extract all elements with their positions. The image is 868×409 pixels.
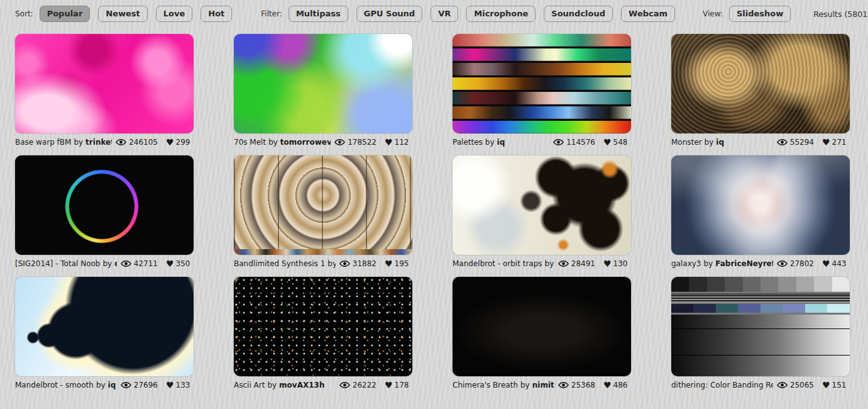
views-value: 178522 — [348, 138, 376, 147]
shader-title[interactable]: Mandelbrot - smooth — [15, 381, 94, 389]
sort-button[interactable]: Love — [156, 6, 193, 22]
filter-label: Filter: — [261, 9, 282, 18]
shader-title-line: Mandelbrot - orbit trapsbyiq — [453, 259, 554, 268]
view-count: 55294 — [777, 138, 814, 147]
toolbar: Sort: PopularNewestLoveHot Filter: Multi… — [0, 0, 868, 28]
shader-card: 70s Meltbytomorrowevening 178522 ♥ 112 — [234, 34, 412, 147]
shader-thumbnail[interactable] — [453, 155, 631, 255]
shader-author[interactable]: FabriceNeyret2 — [715, 259, 773, 268]
shader-title[interactable]: Palettes — [453, 138, 483, 147]
shader-thumbnail[interactable] — [234, 277, 412, 376]
views-value: 28491 — [571, 259, 595, 268]
shader-author[interactable]: trinketMage — [85, 138, 112, 147]
filter-button[interactable]: Webcam — [621, 6, 675, 22]
shader-caption: [SIG2014] - Total Noobbydynamite 42711 ♥… — [15, 258, 194, 269]
shader-title[interactable]: Mandelbrot - orbit traps — [453, 259, 542, 268]
shader-title[interactable]: galaxy3 — [671, 259, 701, 268]
sort-button[interactable]: Newest — [98, 6, 147, 22]
shader-thumbnail[interactable] — [15, 277, 194, 376]
heart-icon: ♥ — [385, 381, 393, 389]
like-count: ♥ 299 — [166, 138, 194, 147]
shader-caption: 70s Meltbytomorrowevening 178522 ♥ 112 — [234, 137, 412, 147]
shader-thumbnail[interactable] — [234, 34, 412, 133]
by-label: by — [520, 381, 530, 389]
like-count: ♥ 133 — [166, 381, 194, 389]
shader-title[interactable]: Base warp fBM — [15, 138, 71, 147]
filter-button[interactable]: GPU Sound — [356, 6, 422, 22]
shader-thumbnail[interactable] — [671, 277, 850, 376]
shader-thumbnail[interactable] — [671, 34, 850, 133]
sort-button[interactable]: Hot — [201, 6, 232, 22]
eye-icon — [553, 138, 564, 146]
shader-caption: Bandlimited Synthesis 1byiq 31882 ♥ 195 — [234, 258, 412, 269]
slideshow-button[interactable]: Slideshow — [729, 6, 791, 22]
shader-title[interactable]: [SIG2014] - Total Noob — [15, 259, 100, 268]
by-label: by — [102, 259, 112, 268]
shader-thumbnail[interactable] — [671, 155, 850, 255]
shader-title-line: Ascii ArtbymovAX13h — [234, 381, 336, 389]
shader-thumbnail[interactable] — [15, 155, 194, 255]
view-buttons: Slideshow — [729, 6, 791, 22]
heart-icon: ♥ — [822, 381, 830, 389]
view-count: 246105 — [116, 138, 158, 147]
shader-author[interactable]: dynamite — [114, 259, 117, 268]
by-label: by — [327, 259, 335, 268]
shader-author[interactable]: nimitz — [532, 381, 554, 389]
view-count: 27802 — [777, 259, 814, 268]
shader-title[interactable]: Bandlimited Synthesis 1 — [234, 259, 325, 268]
like-count: ♥ 130 — [603, 259, 631, 268]
view-count: 25065 — [777, 381, 814, 389]
views-value: 42711 — [134, 259, 158, 268]
views-value: 31882 — [353, 259, 376, 268]
view-count: 31882 — [339, 259, 376, 268]
view-label: View: — [703, 9, 723, 18]
sort-label: Sort: — [15, 9, 33, 18]
filter-button[interactable]: Microphone — [466, 6, 536, 22]
like-count: ♥ 151 — [822, 381, 850, 389]
likes-value: 443 — [832, 259, 847, 268]
shader-title[interactable]: Ascii Art — [234, 381, 265, 389]
by-label: by — [704, 259, 713, 268]
shader-title[interactable]: Monster — [671, 138, 702, 147]
by-label: by — [545, 259, 554, 268]
shader-caption: Base warp fBMbytrinketMage 246105 ♥ 299 — [15, 137, 194, 147]
filter-button[interactable]: VR — [431, 6, 458, 22]
likes-value: 178 — [395, 381, 409, 389]
shader-caption: Palettesbyiq 114576 ♥ 548 — [453, 137, 631, 147]
by-label: by — [74, 138, 83, 147]
shader-thumbnail[interactable] — [453, 277, 631, 376]
like-count: ♥ 271 — [822, 138, 850, 147]
eye-icon — [339, 381, 350, 389]
likes-value: 350 — [176, 259, 190, 268]
shader-author[interactable]: tomorrowevening — [280, 138, 331, 147]
shader-author[interactable]: iq — [108, 381, 116, 389]
shader-author[interactable]: iq — [497, 138, 505, 147]
shader-caption: Mandelbrot - orbit trapsbyiq 28491 ♥ 130 — [453, 258, 631, 269]
heart-icon: ♥ — [385, 259, 393, 268]
shader-title[interactable]: dithering: Color Banding Removal — [671, 381, 773, 389]
filter-button[interactable]: Multipass — [288, 6, 348, 22]
shader-thumbnail[interactable] — [234, 155, 412, 255]
shader-thumbnail[interactable] — [15, 34, 194, 133]
shader-title[interactable]: 70s Melt — [234, 138, 266, 147]
view-count: 26222 — [339, 381, 376, 389]
shader-thumbnail[interactable] — [453, 34, 631, 133]
shader-title[interactable]: Chimera's Breath — [453, 381, 518, 389]
heart-icon: ♥ — [603, 259, 612, 268]
heart-icon: ♥ — [822, 138, 830, 147]
shader-card: galaxy3byFabriceNeyret2 27802 ♥ 443 — [671, 155, 850, 269]
sort-button[interactable]: Popular — [40, 6, 91, 22]
sort-buttons: PopularNewestLoveHot — [40, 6, 233, 22]
heart-icon: ♥ — [166, 381, 174, 389]
shader-card: Ascii ArtbymovAX13h 26222 ♥ 178 — [234, 277, 412, 390]
like-count: ♥ 195 — [385, 259, 412, 268]
filter-button[interactable]: Soundcloud — [544, 6, 613, 22]
shader-author[interactable]: iq — [716, 138, 724, 147]
shader-title-line: 70s Meltbytomorrowevening — [234, 138, 331, 147]
shader-caption: Monsterbyiq 55294 ♥ 271 — [671, 137, 850, 147]
shader-author[interactable]: movAX13h — [279, 381, 324, 389]
views-value: 55294 — [790, 138, 814, 147]
eye-icon — [116, 138, 126, 146]
view-count: 25368 — [558, 381, 595, 389]
eye-icon — [121, 381, 131, 389]
